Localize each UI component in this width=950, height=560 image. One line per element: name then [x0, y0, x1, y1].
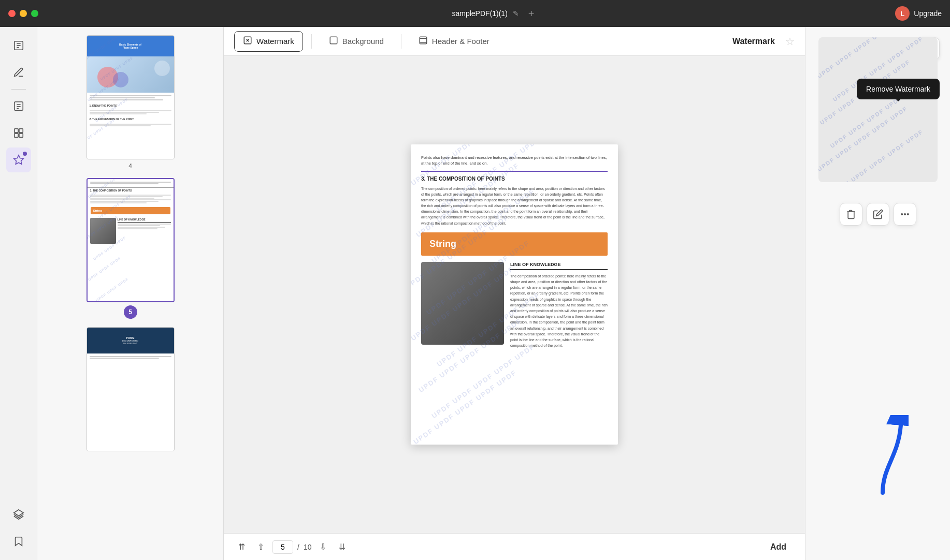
- thumbnail-item-4[interactable]: Basic Elements ofPlane Space 1. KNOW THE…: [44, 35, 217, 170]
- pdf-body-text: The composition of ordered points: here …: [421, 186, 608, 226]
- pdf-section-title: 3. THE COMPOSITION OF POINTS: [421, 171, 608, 182]
- thumbnail-item-5[interactable]: 3. THE COMPOSITION OF POINTS String: [44, 178, 217, 319]
- document-title: samplePDF(1)(1): [452, 9, 507, 18]
- svg-rect-10: [14, 134, 18, 137]
- header-footer-tab-icon: [419, 36, 428, 47]
- thumb-badge-5: 5: [124, 305, 137, 319]
- pdf-image-block: [421, 262, 504, 345]
- upgrade-label: Upgrade: [914, 9, 942, 18]
- last-page-button[interactable]: ⇊: [335, 540, 350, 554]
- pdf-viewer-area: Points also have dominant and recessive …: [224, 56, 805, 533]
- close-button[interactable]: [8, 10, 16, 17]
- add-button[interactable]: Add: [762, 539, 795, 555]
- svg-point-24: [904, 214, 905, 215]
- svg-marker-12: [13, 155, 23, 164]
- tab-watermark[interactable]: Watermark: [234, 31, 303, 52]
- svg-point-25: [907, 214, 909, 215]
- edit-watermark-button[interactable]: [867, 203, 889, 226]
- thumb-frame-4[interactable]: Basic Elements ofPlane Space 1. KNOW THE…: [87, 35, 175, 159]
- star-button[interactable]: ☆: [785, 35, 795, 48]
- tab-header-footer[interactable]: Header & Footer: [410, 31, 498, 52]
- tooltip-remove-watermark: Remove Watermark: [857, 79, 940, 99]
- sidebar-item-watermark[interactable]: [6, 148, 31, 172]
- sidebar-item-organize[interactable]: [6, 121, 31, 145]
- sidebar-item-layers[interactable]: [6, 502, 31, 527]
- tab-background-label: Background: [342, 37, 384, 46]
- user-avatar: L: [895, 6, 910, 21]
- sidebar-divider: [11, 89, 26, 90]
- thumb-frame-6[interactable]: PRISM DECOMPOSITIO ON SUNLIGHT: [87, 327, 175, 451]
- left-sidebar: [0, 27, 37, 560]
- main-layout: Basic Elements ofPlane Space 1. KNOW THE…: [0, 27, 950, 560]
- svg-point-23: [901, 214, 902, 215]
- thumbnail-item-6[interactable]: PRISM DECOMPOSITIO ON SUNLIGHT: [44, 327, 217, 451]
- pdf-page: Points also have dominant and recessive …: [411, 144, 618, 445]
- pdf-col-title: LINE OF KNOWLEDGE: [510, 262, 608, 270]
- thumbnail-panel: Basic Elements ofPlane Space 1. KNOW THE…: [37, 27, 224, 560]
- add-tab-button[interactable]: +: [528, 8, 535, 20]
- pdf-col-text: The composition of ordered points: here …: [510, 273, 608, 348]
- right-panel-title: Watermark: [732, 37, 775, 46]
- toolbar-separator-1: [311, 34, 312, 49]
- thumb-label-4: 4: [128, 163, 132, 170]
- more-options-button[interactable]: [894, 203, 916, 226]
- tab-header-footer-label: Header & Footer: [432, 37, 490, 46]
- pagination-bar: ⇈ ⇧ / 10 ⇩ ⇊ Add: [224, 533, 805, 560]
- sidebar-item-bookmark[interactable]: [6, 529, 31, 554]
- delete-watermark-button[interactable]: [840, 203, 862, 226]
- pdf-bottom-section: LINE OF KNOWLEDGE The composition of ord…: [421, 262, 608, 348]
- next-page-button[interactable]: ⇩: [315, 540, 330, 554]
- tab-watermark-label: Watermark: [256, 37, 294, 46]
- right-panel: UPDF UPDF UPDF UPDF UPDF UPDF UPDF UPDF …: [805, 27, 950, 560]
- pdf-right-col: LINE OF KNOWLEDGE The composition of ord…: [510, 262, 608, 348]
- title-area: samplePDF(1)(1) ✎ +: [452, 8, 534, 20]
- first-page-button[interactable]: ⇈: [234, 540, 249, 554]
- thumb-frame-5[interactable]: 3. THE COMPOSITION OF POINTS String: [87, 178, 175, 302]
- maximize-button[interactable]: [31, 10, 38, 17]
- edit-title-icon[interactable]: ✎: [513, 9, 519, 18]
- titlebar: samplePDF(1)(1) ✎ + L Upgrade: [0, 0, 950, 27]
- background-tab-icon: [329, 36, 338, 47]
- page-nav: ⇈ ⇧ / 10 ⇩ ⇊: [234, 540, 350, 554]
- blue-arrow-indicator: [857, 415, 909, 498]
- pdf-orange-banner: String: [421, 232, 608, 256]
- svg-rect-4: [14, 102, 23, 111]
- sidebar-item-annotate[interactable]: [6, 60, 31, 85]
- svg-rect-8: [14, 129, 18, 132]
- pdf-intro-text: Points also have dominant and recessive …: [421, 155, 608, 167]
- watermark-tab-icon: [243, 36, 252, 47]
- page-separator: /: [297, 543, 299, 551]
- svg-rect-11: [19, 134, 22, 137]
- svg-rect-17: [330, 37, 337, 44]
- content-area: Watermark Background He: [224, 27, 805, 560]
- traffic-lights: [8, 10, 38, 17]
- sidebar-item-edit[interactable]: [6, 94, 31, 119]
- prev-page-button[interactable]: ⇧: [253, 540, 268, 554]
- svg-rect-18: [420, 37, 427, 44]
- page-number-input[interactable]: [272, 540, 293, 554]
- action-buttons-row: [840, 203, 916, 226]
- sidebar-item-reader[interactable]: [6, 33, 31, 58]
- minimize-button[interactable]: [20, 10, 27, 17]
- upgrade-button[interactable]: L Upgrade: [895, 6, 942, 21]
- tab-background[interactable]: Background: [320, 31, 393, 52]
- pdf-orange-text: String: [429, 239, 456, 249]
- toolbar-separator-2: [401, 34, 401, 49]
- svg-rect-9: [19, 129, 22, 132]
- top-toolbar: Watermark Background He: [224, 27, 805, 56]
- total-pages: 10: [304, 543, 312, 551]
- watermark-preview-area: UPDF UPDF UPDF UPDF UPDF UPDF UPDF UPDF …: [818, 37, 938, 182]
